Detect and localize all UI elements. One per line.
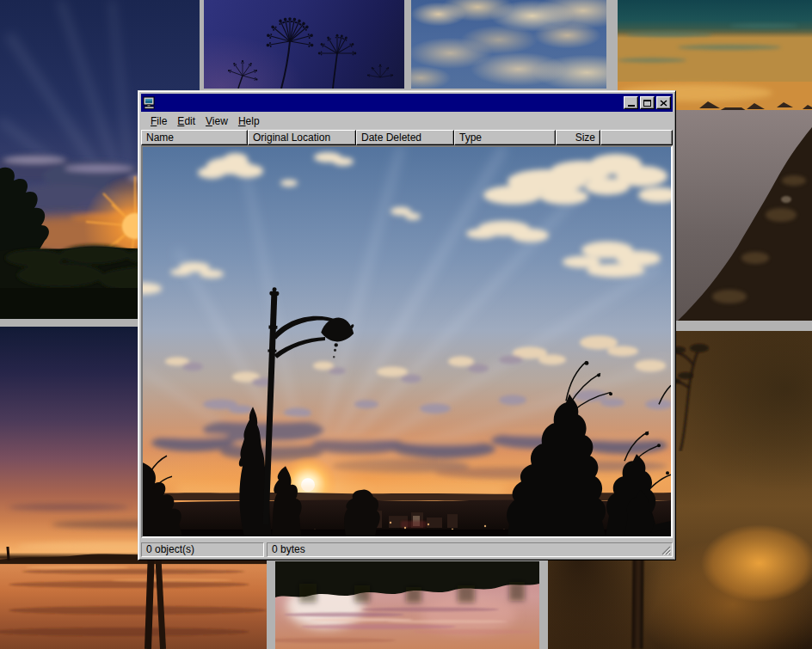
menu-view[interactable]: View	[200, 113, 233, 129]
close-button[interactable]	[656, 96, 671, 109]
photo-water-sunset-reflection	[275, 561, 539, 649]
column-header-name[interactable]: Name	[141, 130, 248, 145]
maximize-button[interactable]	[640, 96, 655, 109]
menu-file[interactable]: File	[145, 113, 172, 129]
column-header-size[interactable]: Size	[556, 130, 600, 145]
column-header-row: Name Original Location Date Deleted Type…	[141, 130, 673, 145]
resize-grip[interactable]	[660, 544, 671, 555]
desktop: File Edit View Help Name Original Locati…	[0, 0, 812, 649]
column-header-date-deleted[interactable]: Date Deleted	[356, 130, 454, 145]
recycle-bin-window[interactable]: File Edit View Help Name Original Locati…	[138, 90, 676, 560]
minimize-button[interactable]	[624, 96, 638, 109]
computer-icon[interactable]	[143, 96, 157, 109]
file-list-area[interactable]	[141, 145, 673, 538]
column-header-type[interactable]: Type	[454, 130, 556, 145]
column-header-original-location[interactable]: Original Location	[248, 130, 356, 145]
status-bar: 0 object(s) 0 bytes	[141, 538, 673, 557]
menu-bar: File Edit View Help	[141, 112, 673, 130]
column-header-blank[interactable]	[600, 130, 673, 145]
photo-golden-clouds-blue-sky	[411, 0, 606, 89]
window-titlebar[interactable]	[141, 94, 673, 112]
minimize-icon	[628, 105, 635, 107]
menu-edit[interactable]: Edit	[172, 113, 200, 129]
status-size: 0 bytes	[267, 542, 673, 557]
close-icon	[660, 100, 667, 107]
status-size-text: 0 bytes	[272, 543, 305, 555]
maximize-icon	[643, 100, 651, 107]
photo-sunset-streetlamp-cypress-city	[143, 147, 671, 536]
status-object-count: 0 object(s)	[141, 542, 264, 557]
photo-umbel-flower-silhouettes	[204, 0, 404, 89]
menu-help[interactable]: Help	[233, 113, 265, 129]
